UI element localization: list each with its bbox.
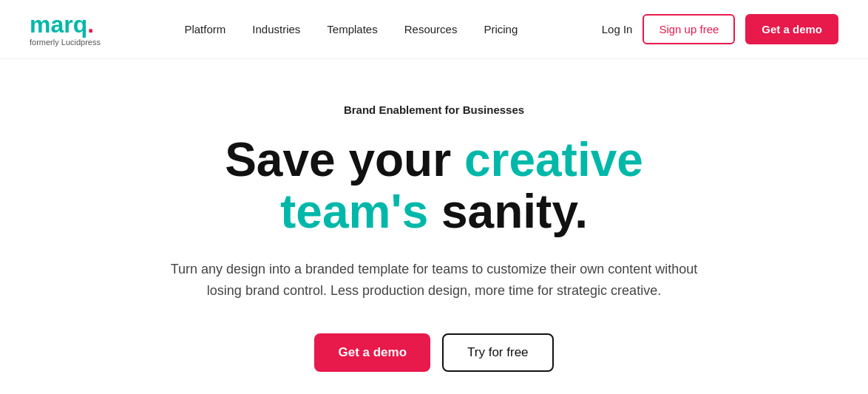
hero-headline-part2: sanity. <box>428 185 588 238</box>
demo-button-header[interactable]: Get a demo <box>745 14 838 44</box>
hero-headline-part1: Save your <box>225 133 464 186</box>
logo-subtitle: formerly Lucidpress <box>30 38 101 47</box>
site-header: marq. formerly Lucidpress Platform Indus… <box>0 0 868 59</box>
hero-subtext: Turn any design into a branded template … <box>153 259 715 302</box>
nav-item-platform[interactable]: Platform <box>184 23 226 35</box>
hero-section: Brand Enablement for Businesses Save you… <box>0 59 868 394</box>
main-nav: Platform Industries Templates Resources … <box>184 23 518 35</box>
nav-item-industries[interactable]: Industries <box>252 23 300 35</box>
logo-brand-text: marq <box>30 11 87 38</box>
hero-label: Brand Enablement for Businesses <box>344 103 524 116</box>
nav-item-templates[interactable]: Templates <box>327 23 377 35</box>
demo-button-hero[interactable]: Get a demo <box>314 333 430 372</box>
nav-item-resources[interactable]: Resources <box>404 23 458 35</box>
header-actions: Log In Sign up free Get a demo <box>602 14 838 44</box>
hero-headline: Save your creative team's sanity. <box>175 134 693 238</box>
logo-dot: . <box>87 11 94 38</box>
signup-button[interactable]: Sign up free <box>642 14 735 44</box>
try-free-button[interactable]: Try for free <box>442 333 554 372</box>
nav-item-pricing[interactable]: Pricing <box>484 23 518 35</box>
login-button[interactable]: Log In <box>602 23 633 35</box>
hero-cta-group: Get a demo Try for free <box>314 333 553 372</box>
logo[interactable]: marq. formerly Lucidpress <box>30 13 101 47</box>
